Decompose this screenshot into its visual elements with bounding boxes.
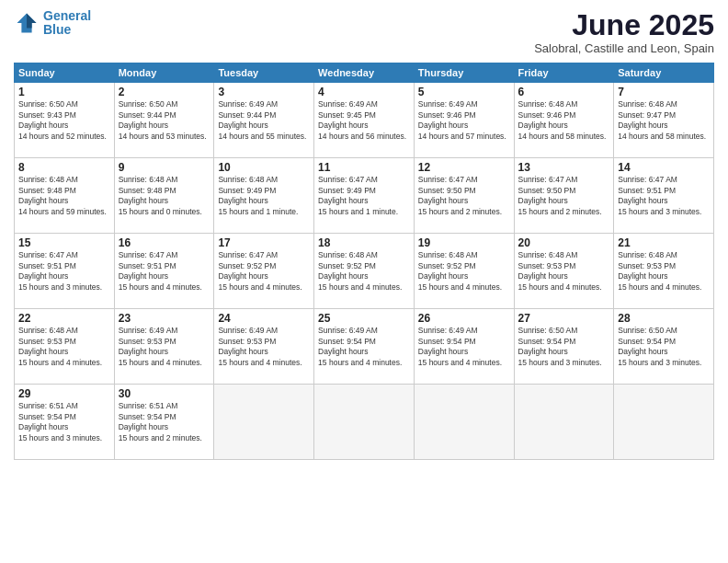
table-row: 8 Sunrise: 6:48 AM Sunset: 9:48 PM Dayli… (15, 158, 115, 234)
cell-content: Sunrise: 6:49 AM Sunset: 9:53 PM Dayligh… (218, 326, 310, 368)
month-title: June 2025 (534, 9, 714, 41)
table-row: 24 Sunrise: 6:49 AM Sunset: 9:53 PM Dayl… (214, 309, 314, 385)
day-number: 9 (119, 161, 210, 174)
cell-content: Sunrise: 6:50 AM Sunset: 9:44 PM Dayligh… (119, 99, 210, 142)
location: Salobral, Castille and Leon, Spain (534, 41, 714, 55)
header-friday: Friday (514, 63, 614, 83)
table-row (514, 385, 614, 460)
cell-content: Sunrise: 6:48 AM Sunset: 9:52 PM Dayligh… (418, 250, 510, 293)
table-row: 15 Sunrise: 6:47 AM Sunset: 9:51 PM Dayl… (15, 234, 115, 309)
day-number: 19 (418, 236, 510, 249)
table-row: 16 Sunrise: 6:47 AM Sunset: 9:51 PM Dayl… (114, 234, 214, 309)
header-sunday: Sunday (15, 63, 115, 83)
table-row: 20 Sunrise: 6:48 AM Sunset: 9:53 PM Dayl… (514, 234, 614, 309)
cell-content: Sunrise: 6:49 AM Sunset: 9:54 PM Dayligh… (418, 326, 510, 368)
day-number: 29 (18, 387, 110, 400)
cell-content: Sunrise: 6:47 AM Sunset: 9:51 PM Dayligh… (18, 250, 110, 293)
cell-content: Sunrise: 6:51 AM Sunset: 9:54 PM Dayligh… (18, 401, 110, 443)
table-row: 5 Sunrise: 6:49 AM Sunset: 9:46 PM Dayli… (414, 83, 514, 158)
day-number: 14 (618, 161, 710, 174)
cell-content: Sunrise: 6:48 AM Sunset: 9:53 PM Dayligh… (18, 326, 110, 368)
table-row (414, 385, 514, 460)
day-number: 13 (518, 161, 610, 174)
calendar-week-row: 8 Sunrise: 6:48 AM Sunset: 9:48 PM Dayli… (15, 158, 714, 234)
header-monday: Monday (114, 63, 214, 83)
header-thursday: Thursday (414, 63, 514, 83)
logo: General Blue (14, 9, 91, 38)
cell-content: Sunrise: 6:49 AM Sunset: 9:44 PM Dayligh… (218, 99, 310, 142)
calendar-header-row: Sunday Monday Tuesday Wednesday Thursday… (15, 63, 714, 83)
header-tuesday: Tuesday (214, 63, 314, 83)
cell-content: Sunrise: 6:48 AM Sunset: 9:53 PM Dayligh… (618, 250, 710, 293)
table-row: 12 Sunrise: 6:47 AM Sunset: 9:50 PM Dayl… (414, 158, 514, 234)
cell-content: Sunrise: 6:51 AM Sunset: 9:54 PM Dayligh… (119, 401, 210, 443)
table-row: 4 Sunrise: 6:49 AM Sunset: 9:45 PM Dayli… (314, 83, 415, 158)
table-row: 1 Sunrise: 6:50 AM Sunset: 9:43 PM Dayli… (15, 83, 115, 158)
table-row (614, 385, 714, 460)
table-row: 25 Sunrise: 6:49 AM Sunset: 9:54 PM Dayl… (314, 309, 415, 385)
calendar-week-row: 15 Sunrise: 6:47 AM Sunset: 9:51 PM Dayl… (15, 234, 714, 309)
header-wednesday: Wednesday (314, 63, 415, 83)
table-row: 28 Sunrise: 6:50 AM Sunset: 9:54 PM Dayl… (614, 309, 714, 385)
cell-content: Sunrise: 6:50 AM Sunset: 9:54 PM Dayligh… (518, 326, 610, 368)
cell-content: Sunrise: 6:48 AM Sunset: 9:52 PM Dayligh… (318, 250, 410, 293)
table-row: 11 Sunrise: 6:47 AM Sunset: 9:49 PM Dayl… (314, 158, 415, 234)
day-number: 2 (119, 86, 210, 98)
day-number: 24 (218, 312, 310, 325)
cell-content: Sunrise: 6:47 AM Sunset: 9:49 PM Dayligh… (318, 175, 410, 217)
day-number: 18 (318, 236, 410, 249)
day-number: 5 (418, 86, 510, 98)
table-row: 6 Sunrise: 6:48 AM Sunset: 9:46 PM Dayli… (514, 83, 614, 158)
cell-content: Sunrise: 6:49 AM Sunset: 9:46 PM Dayligh… (418, 99, 510, 142)
day-number: 26 (418, 312, 510, 325)
cell-content: Sunrise: 6:49 AM Sunset: 9:45 PM Dayligh… (318, 99, 410, 142)
cell-content: Sunrise: 6:48 AM Sunset: 9:46 PM Dayligh… (518, 99, 610, 142)
table-row: 26 Sunrise: 6:49 AM Sunset: 9:54 PM Dayl… (414, 309, 514, 385)
cell-content: Sunrise: 6:50 AM Sunset: 9:54 PM Dayligh… (618, 326, 710, 368)
header-saturday: Saturday (614, 63, 714, 83)
day-number: 12 (418, 161, 510, 174)
day-number: 8 (18, 161, 110, 174)
table-row: 10 Sunrise: 6:48 AM Sunset: 9:49 PM Dayl… (214, 158, 314, 234)
day-number: 23 (119, 312, 210, 325)
table-row: 19 Sunrise: 6:48 AM Sunset: 9:52 PM Dayl… (414, 234, 514, 309)
day-number: 25 (318, 312, 410, 325)
table-row (314, 385, 415, 460)
day-number: 20 (518, 236, 610, 249)
table-row: 9 Sunrise: 6:48 AM Sunset: 9:48 PM Dayli… (114, 158, 214, 234)
header: General Blue June 2025 Salobral, Castill… (14, 9, 714, 55)
table-row: 30 Sunrise: 6:51 AM Sunset: 9:54 PM Dayl… (114, 385, 214, 460)
day-number: 27 (518, 312, 610, 325)
logo-text: General Blue (43, 9, 91, 38)
day-number: 6 (518, 86, 610, 98)
day-number: 3 (218, 86, 310, 98)
cell-content: Sunrise: 6:47 AM Sunset: 9:50 PM Dayligh… (418, 175, 510, 217)
day-number: 1 (18, 86, 110, 98)
cell-content: Sunrise: 6:49 AM Sunset: 9:54 PM Dayligh… (318, 326, 410, 368)
table-row (214, 385, 314, 460)
table-row: 3 Sunrise: 6:49 AM Sunset: 9:44 PM Dayli… (214, 83, 314, 158)
day-number: 30 (119, 387, 210, 400)
table-row: 29 Sunrise: 6:51 AM Sunset: 9:54 PM Dayl… (15, 385, 115, 460)
day-number: 4 (318, 86, 410, 98)
cell-content: Sunrise: 6:47 AM Sunset: 9:51 PM Dayligh… (119, 250, 210, 293)
table-row: 7 Sunrise: 6:48 AM Sunset: 9:47 PM Dayli… (614, 83, 714, 158)
cell-content: Sunrise: 6:50 AM Sunset: 9:43 PM Dayligh… (18, 99, 110, 142)
day-number: 7 (618, 86, 710, 98)
table-row: 14 Sunrise: 6:47 AM Sunset: 9:51 PM Dayl… (614, 158, 714, 234)
cell-content: Sunrise: 6:48 AM Sunset: 9:47 PM Dayligh… (618, 99, 710, 142)
svg-marker-1 (27, 14, 37, 29)
calendar-week-row: 22 Sunrise: 6:48 AM Sunset: 9:53 PM Dayl… (15, 309, 714, 385)
title-section: June 2025 Salobral, Castille and Leon, S… (534, 9, 714, 55)
table-row: 17 Sunrise: 6:47 AM Sunset: 9:52 PM Dayl… (214, 234, 314, 309)
page: General Blue June 2025 Salobral, Castill… (0, 0, 728, 563)
cell-content: Sunrise: 6:47 AM Sunset: 9:50 PM Dayligh… (518, 175, 610, 217)
table-row: 23 Sunrise: 6:49 AM Sunset: 9:53 PM Dayl… (114, 309, 214, 385)
table-row: 27 Sunrise: 6:50 AM Sunset: 9:54 PM Dayl… (514, 309, 614, 385)
calendar-table: Sunday Monday Tuesday Wednesday Thursday… (14, 63, 714, 460)
calendar-week-row: 1 Sunrise: 6:50 AM Sunset: 9:43 PM Dayli… (15, 83, 714, 158)
cell-content: Sunrise: 6:48 AM Sunset: 9:48 PM Dayligh… (119, 175, 210, 217)
cell-content: Sunrise: 6:47 AM Sunset: 9:52 PM Dayligh… (218, 250, 310, 293)
day-number: 17 (218, 236, 310, 249)
table-row: 2 Sunrise: 6:50 AM Sunset: 9:44 PM Dayli… (114, 83, 214, 158)
